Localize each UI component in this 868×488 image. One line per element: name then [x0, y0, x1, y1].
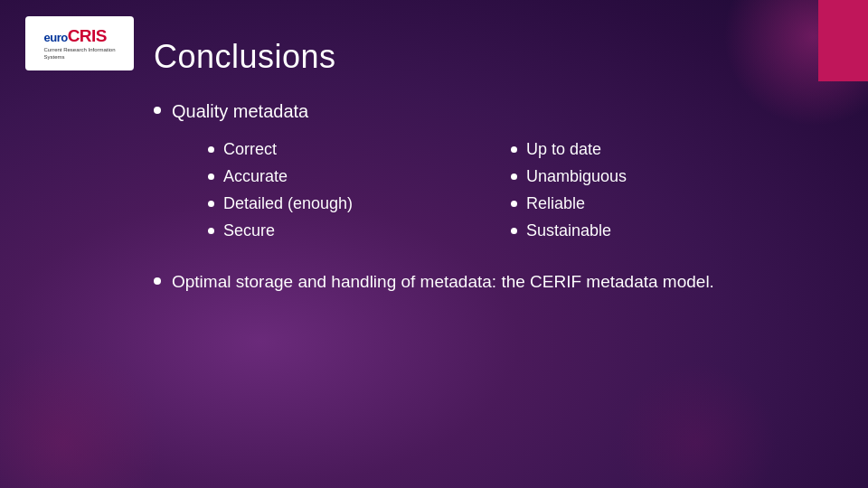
- bullet-quality-metadata: Quality metadata: [154, 101, 814, 122]
- sub-bullet-secure: Secure: [208, 221, 511, 240]
- sub-bullet-uptodate-text: Up to date: [526, 140, 601, 159]
- bullet-quality-metadata-text: Quality metadata: [172, 101, 308, 122]
- sub-bullet-unambiguous: Unambiguous: [511, 167, 814, 186]
- sub-bullet-reliable-text: Reliable: [526, 194, 585, 213]
- slide-content: Conclusions Quality metadata Correct Up …: [0, 0, 868, 488]
- sub-bullet-correct: Correct: [208, 140, 511, 159]
- sub-bullet-reliable: Reliable: [511, 194, 814, 213]
- sub-bullet-sustainable: Sustainable: [511, 221, 814, 240]
- sub-bullet-correct-text: Correct: [223, 140, 277, 159]
- sub-bullet-detailed: Detailed (enough): [208, 194, 511, 213]
- sub-bullets-list: Correct Up to date Accurate Unambiguous …: [208, 140, 814, 245]
- bullet-optimal-storage: Optimal storage and handling of metadata…: [154, 272, 814, 292]
- sub-bullet-dot-5: [208, 201, 214, 207]
- sub-bullet-secure-text: Secure: [223, 221, 275, 240]
- sub-bullet-dot-3: [208, 174, 214, 180]
- sub-bullet-dot-7: [208, 228, 214, 234]
- sub-bullet-dot-2: [511, 146, 517, 153]
- sub-bullet-dot-8: [511, 228, 517, 234]
- slide-title: Conclusions: [154, 38, 814, 76]
- sub-bullet-accurate-text: Accurate: [223, 167, 288, 186]
- sub-bullet-dot-1: [208, 146, 214, 153]
- bullet-dot-1: [154, 107, 161, 114]
- bullet-dot-2: [154, 277, 161, 285]
- sub-bullet-unambiguous-text: Unambiguous: [526, 167, 627, 186]
- sub-bullet-detailed-text: Detailed (enough): [223, 194, 353, 213]
- sub-bullet-accurate: Accurate: [208, 167, 511, 186]
- bullet-optimal-storage-text: Optimal storage and handling of metadata…: [172, 272, 714, 292]
- sub-bullet-sustainable-text: Sustainable: [526, 221, 611, 240]
- sub-bullet-dot-4: [511, 174, 517, 180]
- sub-bullet-dot-6: [511, 201, 517, 207]
- sub-bullet-uptodate: Up to date: [511, 140, 814, 159]
